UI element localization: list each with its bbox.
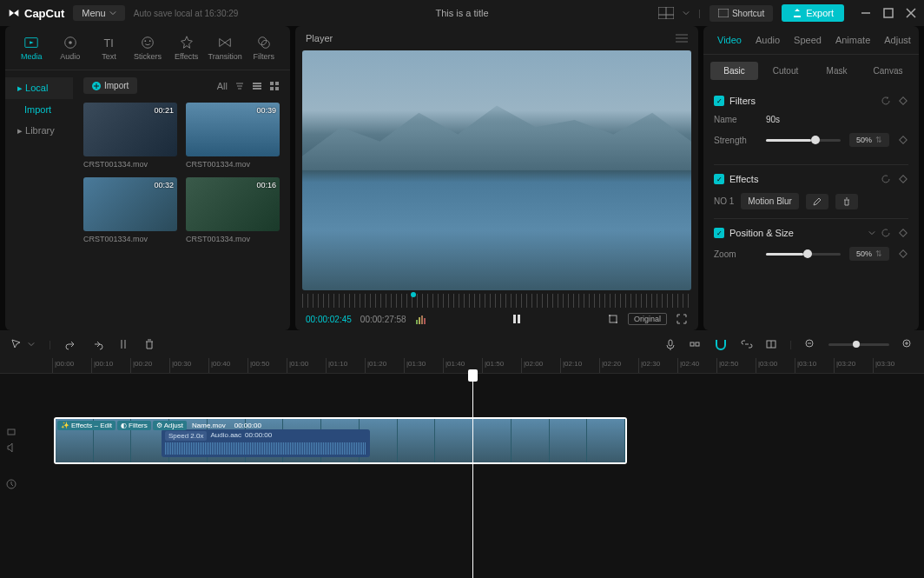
timeline-ruler[interactable]: |00:00 |00:10 |00:20 |00:30 |00:40 |00:5… — [0, 358, 924, 374]
lock-track-icon[interactable] — [5, 424, 17, 436]
tab-text[interactable]: TIText — [89, 31, 129, 64]
tab-transition[interactable]: Transition — [206, 31, 245, 64]
subtab-mask[interactable]: Mask — [813, 62, 861, 80]
svg-rect-21 — [270, 87, 274, 90]
split-button[interactable] — [117, 338, 129, 350]
menu-button[interactable]: Menu — [73, 5, 125, 21]
audio-levels-icon[interactable] — [415, 313, 427, 325]
close-button[interactable] — [905, 7, 917, 19]
total-timecode: 00:00:27:58 — [360, 315, 406, 324]
redo-button[interactable] — [91, 338, 103, 350]
tab-audio[interactable]: Audio — [51, 31, 90, 64]
tab-speed[interactable]: Speed — [787, 26, 828, 54]
zoom-in-button[interactable] — [901, 338, 914, 350]
chevron-down-icon[interactable] — [683, 10, 690, 17]
media-item[interactable]: 00:39CRST001334.mov — [186, 103, 280, 169]
preview-icon[interactable] — [765, 338, 777, 350]
edit-effect-button[interactable] — [806, 194, 828, 209]
clock-icon[interactable] — [5, 478, 17, 490]
sort-icon[interactable] — [234, 81, 245, 91]
clip-badge-effects[interactable]: ✨ Effects – Edit — [57, 421, 116, 430]
svg-rect-16 — [253, 83, 261, 84]
chevron-down-icon[interactable] — [868, 229, 875, 236]
media-item[interactable]: 00:21CRST001334.mov — [83, 103, 177, 169]
tab-audio-props[interactable]: Audio — [749, 26, 787, 54]
position-size-section: ✓ Position & Size Zoom 50%⇅ — [714, 218, 908, 278]
subtab-basic[interactable]: Basic — [710, 62, 758, 80]
effects-checkbox[interactable]: ✓ — [714, 174, 724, 184]
reset-icon[interactable] — [881, 228, 891, 238]
minimize-button[interactable] — [860, 7, 872, 19]
zoom-out-button[interactable] — [804, 338, 816, 350]
link-icon[interactable] — [741, 338, 753, 350]
zoom-slider[interactable] — [766, 253, 841, 256]
svg-rect-22 — [275, 87, 279, 90]
reset-icon[interactable] — [881, 174, 891, 184]
filters-checkbox[interactable]: ✓ — [714, 96, 724, 106]
chevron-down-icon[interactable] — [28, 341, 35, 348]
keyframe-icon[interactable] — [898, 135, 908, 145]
strength-value[interactable]: 50%⇅ — [849, 133, 889, 147]
media-item[interactable]: 00:32CRST001334.mov — [83, 177, 177, 243]
import-button[interactable]: Import — [83, 77, 137, 94]
mute-track-icon[interactable] — [5, 442, 17, 454]
tab-stickers[interactable]: Stickers — [129, 31, 168, 64]
tab-video[interactable]: Video — [710, 26, 749, 54]
maximize-button[interactable] — [882, 7, 894, 19]
keyframe-icon[interactable] — [898, 249, 908, 259]
pause-button[interactable] — [511, 313, 523, 325]
zoom-slider[interactable] — [828, 343, 889, 346]
tab-adjust[interactable]: Adjust — [877, 26, 918, 54]
keyframe-icon[interactable] — [898, 96, 908, 106]
zoom-value[interactable]: 50%⇅ — [849, 247, 889, 261]
filter-all[interactable]: All — [217, 81, 228, 91]
trash-icon — [842, 197, 851, 206]
audio-name: Audio.aac — [210, 431, 241, 441]
aspect-ratio-button[interactable]: Original — [628, 313, 667, 325]
keyframe-icon[interactable] — [898, 174, 908, 184]
sidebar-item-import[interactable]: Import — [5, 99, 73, 120]
mic-icon[interactable] — [664, 338, 676, 350]
export-button[interactable]: Export — [782, 4, 844, 22]
strength-slider[interactable] — [766, 139, 841, 142]
snap-icon[interactable] — [689, 338, 701, 350]
tab-animate[interactable]: Animate — [828, 26, 877, 54]
tab-media[interactable]: Media — [12, 31, 51, 64]
tab-filters[interactable]: Filters — [244, 31, 283, 64]
svg-rect-27 — [419, 317, 420, 324]
tab-effects[interactable]: Effects — [167, 31, 206, 64]
player-scrubber[interactable] — [302, 294, 691, 308]
svg-rect-31 — [518, 315, 520, 323]
select-tool[interactable] — [10, 338, 23, 350]
shortcut-button[interactable]: Shortcut — [710, 5, 773, 22]
layout-panel-icon[interactable] — [658, 7, 674, 19]
grid-view-icon[interactable] — [269, 81, 280, 91]
app-name: CapCut — [24, 7, 64, 20]
stickers-icon — [140, 35, 155, 50]
sidebar-item-library[interactable]: ▸ Library — [5, 120, 73, 142]
list-view-icon[interactable] — [252, 81, 262, 91]
crop-icon[interactable] — [607, 313, 619, 325]
position-checkbox[interactable]: ✓ — [714, 228, 724, 238]
magnet-icon[interactable] — [713, 338, 729, 350]
subtab-canvas[interactable]: Canvas — [864, 62, 912, 80]
playhead[interactable] — [472, 374, 473, 578]
media-item[interactable]: 00:16CRST001334.mov — [186, 177, 280, 243]
clip-badge-filters[interactable]: ◐ Filters — [117, 421, 151, 430]
sidebar-item-local[interactable]: ▸ Local — [5, 77, 73, 99]
video-preview[interactable] — [302, 50, 691, 290]
reset-icon[interactable] — [881, 96, 891, 106]
project-title[interactable]: This is a title — [435, 8, 488, 18]
clip-badge-adjust[interactable]: ⚙ Adjust — [153, 421, 187, 430]
delete-effect-button[interactable] — [835, 194, 858, 209]
subtab-cutout[interactable]: Cutout — [762, 62, 809, 80]
timeline-tracks[interactable]: ✨ Effects – Edit ◐ Filters ⚙ Adjust Name… — [0, 374, 924, 578]
delete-button[interactable] — [143, 338, 155, 350]
audio-waveform — [165, 442, 366, 455]
audio-clip[interactable]: Speed 2.0x Audio.aac 00:00:00 — [162, 429, 370, 457]
svg-rect-17 — [253, 85, 261, 87]
keyframe-icon[interactable] — [898, 228, 908, 238]
undo-button[interactable] — [65, 338, 77, 350]
player-menu-icon[interactable] — [676, 34, 688, 43]
fullscreen-icon[interactable] — [676, 313, 688, 325]
